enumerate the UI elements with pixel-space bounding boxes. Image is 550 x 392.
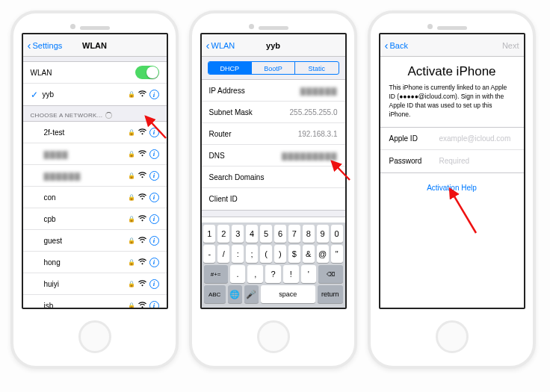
info-icon[interactable]: i [149,301,159,308]
key[interactable]: - [203,245,215,263]
network-row[interactable]: ▓▓▓▓🔒i [23,143,167,165]
activation-help-link[interactable]: Activation Help [380,173,524,202]
key[interactable]: ; [246,245,258,263]
wifi-icon [138,90,146,99]
key[interactable]: 5 [260,225,272,243]
home-button[interactable] [78,320,111,353]
info-icon[interactable]: i [149,236,159,246]
key[interactable]: . [230,265,246,283]
iphone-frame-1: ‹ Settings WLAN WLAN ✓ yyb [10,10,179,369]
seg-static[interactable]: Static [295,62,338,74]
network-row[interactable]: hong🔒i [23,252,167,273]
detail-content: DHCP BootP Static IP Address ▓▓▓▓▓▓ Subn… [202,57,345,223]
dns-value: ▓▓▓▓▓▓▓▓▓ [282,152,338,160]
key[interactable]: 9 [317,225,329,243]
key[interactable]: 3 [232,225,244,243]
lock-icon: 🔒 [128,91,135,98]
lock-icon: 🔒 [128,172,135,179]
wifi-icon [138,193,146,202]
search-domains-row[interactable]: Search Domains [202,167,345,188]
key[interactable]: ( [260,245,272,263]
key[interactable]: 0 [331,225,343,243]
iphone-frame-3: ‹ Back Next Activate iPhone This iPhone … [368,10,536,369]
screen-activate: ‹ Back Next Activate iPhone This iPhone … [379,33,525,309]
key-return[interactable]: return [318,285,343,303]
back-label: WLAN [211,41,235,50]
ios-keyboard: 1234567890 -/:;()$&@" #+= .,?!' ⌫ ABC 🌐 … [202,223,345,308]
lock-icon: 🔒 [128,259,135,266]
subnet-mask-row[interactable]: Subnet Mask 255.255.255.0 [202,102,345,123]
key-shift[interactable]: #+= [204,265,228,283]
key[interactable]: 1 [203,225,215,243]
screen-wlan-list: ‹ Settings WLAN WLAN ✓ yyb [22,33,168,309]
info-icon[interactable]: i [149,193,159,202]
dns-row[interactable]: DNS ▓▓▓▓▓▓▓▓▓ [202,145,345,167]
key[interactable]: $ [288,245,300,263]
navbar: ‹ Back Next [380,34,524,57]
row-label: DNS [209,152,225,160]
back-button[interactable]: ‹ WLAN [206,40,244,51]
key[interactable]: ' [301,265,317,283]
key[interactable]: " [331,245,343,263]
info-icon[interactable]: i [149,214,159,224]
chevron-left-icon: ‹ [206,40,210,51]
info-icon[interactable]: i [149,258,159,267]
network-row[interactable]: huiyi🔒i [23,273,167,295]
wlan-switch[interactable] [135,66,159,79]
key-globe[interactable]: 🌐 [228,285,242,303]
network-row[interactable]: jsb🔒i [23,295,167,308]
network-row[interactable]: ▓▓▓▓▓▓🔒i [23,165,167,187]
seg-bootp[interactable]: BootP [252,62,295,74]
key[interactable]: , [247,265,263,283]
key[interactable]: / [217,245,229,263]
key[interactable]: 2 [217,225,229,243]
key-abc[interactable]: ABC [204,285,226,303]
network-row[interactable]: cpb🔒i [23,208,167,230]
key[interactable]: 7 [288,225,300,243]
lock-icon: 🔒 [128,302,135,308]
nav-title: yyb [266,41,280,50]
key-space[interactable]: space [261,285,315,303]
info-icon[interactable]: i [149,171,159,181]
network-row[interactable]: con🔒i [23,187,167,208]
ssid: ▓▓▓▓ [44,150,69,158]
client-id-row[interactable]: Client ID [202,188,345,210]
key[interactable]: 8 [303,225,315,243]
wlan-content: WLAN ✓ yyb 🔒 i [23,57,167,308]
network-row[interactable]: guest🔒i [23,230,167,252]
key[interactable]: 6 [274,225,286,243]
back-button[interactable]: ‹ Back [385,40,422,51]
network-row[interactable]: 2f-test🔒i [23,122,167,143]
key[interactable]: ? [265,265,281,283]
wifi-icon [138,258,146,267]
password-field[interactable]: Password Required [380,150,524,172]
key[interactable]: & [303,245,315,263]
seg-dhcp[interactable]: DHCP [208,62,252,74]
info-icon[interactable]: i [149,279,159,289]
mask-value: 255.255.255.0 [290,108,338,116]
wifi-icon [138,237,146,245]
apple-id-field[interactable]: Apple ID example@icloud.com [380,128,524,150]
key[interactable]: : [232,245,244,263]
ssid: con [44,193,56,202]
info-icon[interactable]: i [149,149,159,159]
renew-lease-button[interactable]: Renew Lease [202,217,345,223]
key[interactable]: @ [317,245,329,263]
home-button[interactable] [257,320,290,353]
key[interactable]: ) [274,245,286,263]
back-button[interactable]: ‹ Settings [28,40,65,51]
ip-address-row[interactable]: IP Address ▓▓▓▓▓▓ [202,80,345,102]
next-button[interactable]: Next [482,41,519,50]
info-icon[interactable]: i [149,128,159,137]
key-delete[interactable]: ⌫ [318,265,342,283]
key[interactable]: ! [283,265,299,283]
key-mic[interactable]: 🎤 [244,285,259,303]
connected-network-row[interactable]: ✓ yyb 🔒 i [23,84,167,105]
camera-dot [70,24,75,29]
info-icon[interactable]: i [149,90,159,99]
key[interactable]: 4 [246,225,258,243]
ip-details-table: IP Address ▓▓▓▓▓▓ Subnet Mask 255.255.25… [202,79,345,211]
lock-icon: 🔒 [128,281,135,287]
router-row[interactable]: Router 192.168.3.1 [202,123,345,145]
home-button[interactable] [436,320,469,353]
